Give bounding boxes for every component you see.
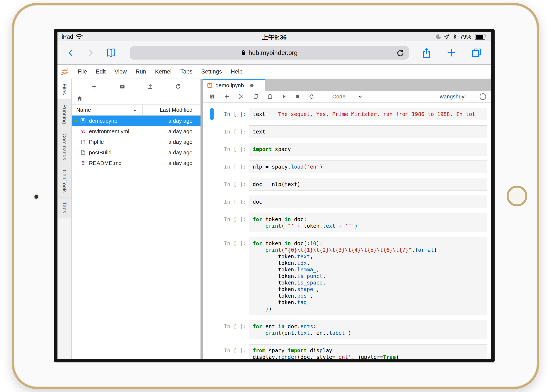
menu-edit[interactable]: Edit: [96, 69, 106, 75]
code-cell-9: In [ ]:for ent in doc.ents: print(ent.te…: [210, 320, 489, 339]
notebook-toolbar: Code wangshuyi: [203, 91, 491, 103]
menu-help[interactable]: Help: [231, 69, 242, 75]
menu-settings[interactable]: Settings: [201, 69, 222, 75]
file-row-postbuild[interactable]: postBuilda day ago: [72, 147, 200, 158]
cell-input[interactable]: text: [249, 126, 487, 138]
code-cell-10: In [ ]:from spacy import displaydisplay.…: [210, 344, 489, 359]
file-row-readme.md[interactable]: MREADME.mda day ago: [72, 158, 200, 168]
ios-status-bar: iPad 上午9:36 79%: [57, 32, 491, 42]
document-tab-bar: demo.ipynb: [203, 79, 491, 91]
svg-text:Y:: Y:: [81, 129, 85, 134]
file-browser-panel: Name ▲ Last Modified demo.ipynba day ago…: [72, 79, 200, 359]
sort-caret-icon: ▲: [133, 108, 136, 112]
refresh-button[interactable]: [175, 83, 181, 90]
column-header-name[interactable]: Name ▲: [72, 105, 142, 115]
input-prompt: In [ ]:: [214, 196, 246, 205]
code-cell-4: In [ ]:nlp = spacy.load('en'): [210, 161, 489, 173]
cut-cells-button[interactable]: [238, 94, 244, 99]
copy-cells-button[interactable]: [253, 94, 259, 99]
cell-input[interactable]: for token in doc: print('"' + token.text…: [249, 213, 487, 232]
file-list: demo.ipynba day agoY:environment.ymla da…: [72, 116, 200, 168]
new-tab-button[interactable]: [446, 48, 456, 58]
address-bar[interactable]: hub.mybinder.org: [130, 46, 409, 60]
home-button[interactable]: [507, 186, 527, 206]
forward-button[interactable]: [86, 48, 95, 58]
sidebar-tab-cell-tools[interactable]: Cell Tools: [57, 165, 71, 198]
file-modified: a day ago: [168, 128, 200, 135]
cell-input[interactable]: text = "The sequel, Yes, Prime Minister,…: [249, 108, 487, 120]
cell-input[interactable]: for ent in doc.ents: print(ent.text, ent…: [249, 320, 487, 339]
sidebar-tab-files[interactable]: Files: [57, 79, 71, 100]
kernel-status-icon[interactable]: [480, 93, 486, 100]
paste-cells-button[interactable]: [267, 94, 273, 99]
carrier-label: iPad: [62, 34, 73, 40]
selected-cell-bar: [210, 108, 214, 120]
page: iPad 上午9:36 79% hub.m: [0, 0, 551, 392]
notebook-panel: demo.ipynb Code wangshuyi: [200, 79, 491, 359]
clock: 上午9:36: [262, 32, 286, 41]
notebook-toolbar-buttons: [209, 94, 315, 99]
code-cell-5: In [ ]:doc = nlp(text): [210, 178, 489, 190]
restart-kernel-button[interactable]: [309, 94, 315, 99]
input-prompt: In [ ]:: [214, 108, 246, 117]
sidebar-tab-running[interactable]: Running: [57, 100, 71, 129]
battery-icon: [475, 34, 485, 40]
notebook-cells: In [ ]:text = "The sequel, Yes, Prime Mi…: [203, 103, 491, 359]
menu-items: FileEditViewRunKernelTabsSettingsHelp: [78, 69, 242, 75]
sidebar-tab-strip: FilesRunningCommandsCell ToolsTabs: [57, 79, 72, 359]
cell-input[interactable]: import spacy: [249, 143, 487, 155]
tabs-button[interactable]: [471, 48, 482, 58]
run-cell-button[interactable]: [281, 94, 287, 99]
cell-input[interactable]: nlp = spacy.load('en'): [249, 161, 487, 173]
new-folder-button[interactable]: [119, 83, 126, 90]
jupyter-logo-icon: [61, 68, 69, 76]
tab-title: demo.ipynb: [215, 82, 244, 89]
safari-toolbar: hub.mybinder.org: [57, 42, 491, 65]
file-modified: a day ago: [168, 118, 200, 124]
menu-tabs[interactable]: Tabs: [180, 69, 192, 75]
upload-button[interactable]: [147, 83, 153, 90]
screen-bezel: iPad 上午9:36 79% hub.m: [54, 29, 494, 363]
input-prompt: In [ ]:: [214, 126, 246, 135]
sidebar-tab-tabs[interactable]: Tabs: [57, 197, 71, 218]
stop-kernel-button[interactable]: [295, 94, 300, 99]
menu-view[interactable]: View: [114, 69, 127, 75]
sidebar-tab-commands[interactable]: Commands: [57, 129, 71, 165]
reload-button[interactable]: [396, 49, 405, 57]
menu-file[interactable]: File: [78, 69, 87, 75]
screen: iPad 上午9:36 79% hub.m: [57, 32, 491, 359]
code-cell-1: In [ ]:text = "The sequel, Yes, Prime Mi…: [210, 108, 489, 120]
file-browser-toolbar: [72, 79, 200, 92]
cell-type-dropdown[interactable]: Code: [332, 93, 363, 100]
column-header-modified[interactable]: Last Modified: [142, 105, 200, 115]
back-button[interactable]: [67, 48, 75, 58]
new-launcher-button[interactable]: [91, 83, 97, 90]
menu-kernel[interactable]: Kernel: [155, 69, 171, 75]
cell-input[interactable]: for token in doc[:10]: print("{0}\t{1}\t…: [249, 237, 487, 315]
bookmarks-button[interactable]: [106, 48, 117, 58]
home-icon[interactable]: [77, 96, 83, 101]
wifi-icon: [76, 34, 83, 40]
share-button[interactable]: [422, 47, 431, 58]
file-file-icon: [80, 139, 86, 145]
breadcrumb: [72, 92, 200, 104]
cell-input[interactable]: from spacy import displaydisplay.render(…: [249, 344, 487, 359]
kernel-user-label[interactable]: wangshuyi: [440, 93, 466, 100]
cell-input[interactable]: doc = nlp(text): [249, 178, 487, 190]
menu-run[interactable]: Run: [136, 69, 146, 75]
code-cell-3: In [ ]:import spacy: [210, 143, 489, 155]
jupyterlab: FileEditViewRunKernelTabsSettingsHelp Fi…: [57, 65, 491, 359]
save-button[interactable]: [209, 94, 215, 99]
markdown-file-icon: M: [80, 160, 86, 167]
kernel-running-dot-icon: [74, 119, 80, 122]
input-prompt: In [ ]:: [214, 320, 246, 330]
file-row-pipfile[interactable]: Pipfilea day ago: [72, 137, 200, 147]
code-cell-8: In [ ]:for token in doc[:10]: print("{0}…: [210, 237, 489, 315]
tab-demo-ipynb[interactable]: demo.ipynb: [203, 79, 265, 91]
insert-cell-button[interactable]: [224, 94, 230, 99]
file-row-environment.yml[interactable]: Y:environment.ymla day ago: [72, 126, 200, 137]
input-prompt: In [ ]:: [214, 237, 246, 247]
file-row-demo.ipynb[interactable]: demo.ipynba day ago: [72, 116, 200, 126]
location-icon: [444, 34, 450, 40]
cell-input[interactable]: doc: [249, 196, 487, 208]
